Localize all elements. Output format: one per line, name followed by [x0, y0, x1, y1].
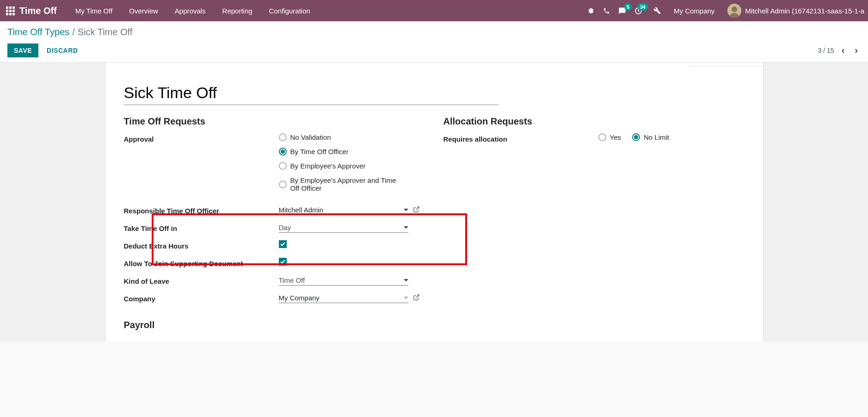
activities-icon[interactable]: 34 [634, 7, 642, 15]
radio-checked-icon [279, 148, 287, 156]
label-requires-alloc: Requires allocation [443, 133, 598, 143]
approval-option-no-validation[interactable]: No Validation [279, 133, 425, 141]
responsible-officer-input[interactable]: Mitchell Admin [279, 205, 408, 215]
breadcrumb-sep: / [72, 27, 75, 37]
chevron-down-icon [404, 279, 408, 281]
radio-unchecked-icon [279, 133, 287, 141]
chevron-down-icon [404, 297, 408, 299]
discard-button[interactable]: DISCARD [40, 44, 84, 57]
topbar: Time Off My Time Off Overview Approvals … [0, 0, 868, 21]
chevron-down-icon [404, 209, 408, 211]
allocation-radio-group: Yes No Limit [598, 133, 745, 141]
breadcrumb-current: Sick Time Off [78, 27, 133, 37]
nav-approvals[interactable]: Approvals [167, 3, 213, 19]
nav-overview[interactable]: Overview [122, 3, 166, 19]
label-approval: Approval [124, 133, 279, 143]
avatar [727, 4, 741, 18]
pager: 3 / 15 ‹ › [818, 43, 861, 57]
external-link-icon[interactable] [413, 206, 420, 214]
alloc-option-no-limit[interactable]: No Limit [632, 133, 669, 141]
nav-menu: My Time Off Overview Approvals Reporting… [68, 3, 318, 19]
phone-icon[interactable] [603, 7, 610, 14]
external-link-icon[interactable] [413, 294, 420, 302]
section-requests-title: Time Off Requests [124, 116, 425, 127]
alloc-option-yes[interactable]: Yes [598, 133, 621, 141]
user-menu[interactable]: Mitchell Admin (16742131-saas-15-1-a [727, 4, 864, 18]
label-take-in: Take Time Off in [124, 223, 279, 232]
svg-point-2 [732, 6, 737, 12]
deduct-extra-hours-checkbox[interactable] [279, 240, 287, 248]
radio-checked-icon [632, 133, 640, 141]
company-selector[interactable]: My Company [674, 7, 714, 15]
kind-of-leave-select[interactable]: Time Off [279, 275, 408, 286]
radio-unchecked-icon [279, 180, 287, 188]
systray: 5 34 My Company Mitchell Admin (16742131… [587, 4, 864, 18]
radio-unchecked-icon [598, 133, 606, 141]
messages-badge: 5 [624, 3, 632, 11]
control-panel: Time Off Types / Sick Time Off SAVE DISC… [0, 21, 868, 62]
radio-unchecked-icon [279, 162, 287, 170]
company-input[interactable]: My Company [279, 293, 408, 303]
activities-badge: 34 [638, 3, 648, 11]
breadcrumb: Time Off Types / Sick Time Off [7, 27, 861, 37]
apps-icon[interactable] [4, 4, 17, 17]
approval-radio-group: No Validation By Time Off Officer By Emp… [279, 133, 425, 192]
bug-icon[interactable] [587, 7, 595, 14]
label-responsible: Responsible Time Off Officer [124, 205, 279, 215]
save-button[interactable]: SAVE [7, 44, 38, 57]
form-sheet: Time Off Requests Approval No Validation… [105, 62, 763, 342]
breadcrumb-parent[interactable]: Time Off Types [7, 27, 69, 37]
approval-option-both[interactable]: By Employee's Approver and Time Off Offi… [279, 176, 425, 192]
nav-reporting[interactable]: Reporting [215, 3, 260, 19]
pager-value[interactable]: 3 / 15 [818, 47, 834, 54]
user-name: Mitchell Admin (16742131-saas-15-1-a [745, 7, 864, 15]
allow-supporting-doc-checkbox[interactable] [279, 258, 287, 266]
section-allocation-title: Allocation Requests [443, 116, 745, 127]
chevron-down-icon [404, 226, 408, 229]
label-allow-doc: Allow To Join Supporting Document [124, 258, 279, 268]
take-time-off-in-select[interactable]: Day [279, 223, 408, 233]
approval-option-officer[interactable]: By Time Off Officer [279, 148, 425, 156]
approval-option-approver[interactable]: By Employee's Approver [279, 162, 425, 170]
record-name-input[interactable] [124, 81, 499, 105]
label-company: Company [124, 293, 279, 303]
pager-prev-icon[interactable]: ‹ [839, 43, 848, 57]
section-payroll-title: Payroll [124, 320, 425, 330]
nav-configuration[interactable]: Configuration [262, 3, 318, 19]
label-deduct: Deduct Extra Hours [124, 240, 279, 250]
app-brand[interactable]: Time Off [19, 6, 57, 16]
pager-next-icon[interactable]: › [852, 43, 861, 57]
label-kind: Kind of Leave [124, 275, 279, 285]
nav-my-time-off[interactable]: My Time Off [68, 3, 120, 19]
tools-icon[interactable] [653, 7, 661, 14]
messages-icon[interactable]: 5 [618, 7, 626, 15]
